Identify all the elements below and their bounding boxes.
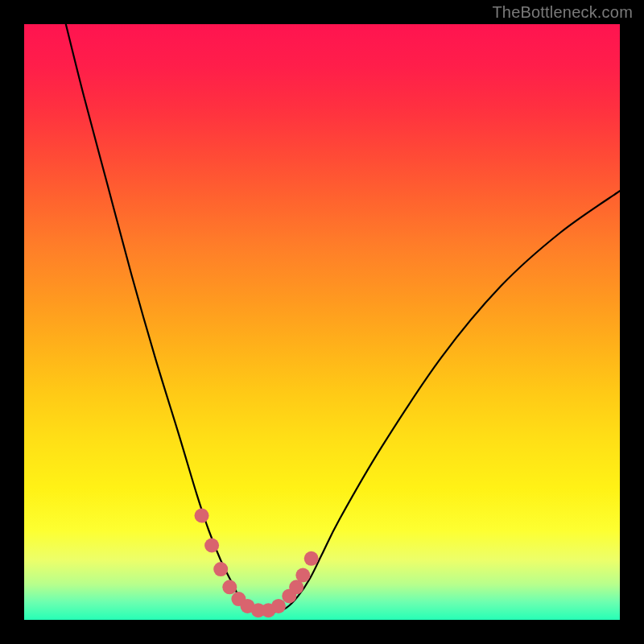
highlight-dot [195, 509, 209, 523]
plot-area [24, 24, 620, 620]
chart-svg [24, 24, 620, 620]
highlight-dot [304, 551, 319, 566]
chart-frame: TheBottleneck.com [0, 0, 644, 644]
highlight-dot [295, 568, 310, 583]
highlight-dot [222, 580, 237, 594]
highlight-dot [271, 599, 286, 613]
watermark-text: TheBottleneck.com [492, 3, 633, 22]
highlight-dot [213, 562, 228, 576]
bottleneck-curve [66, 24, 620, 613]
highlight-dots-group [195, 509, 319, 618]
highlight-dot [204, 539, 219, 553]
